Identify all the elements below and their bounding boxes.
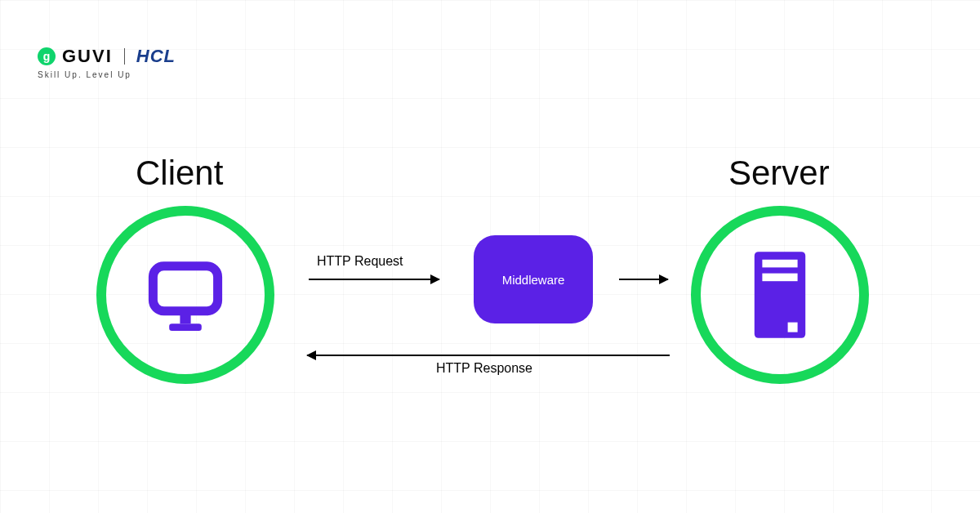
logo-block: g GUVI HCL Skill Up. Level Up: [38, 46, 176, 79]
server-label: Server: [728, 154, 830, 193]
svg-rect-2: [169, 323, 202, 331]
brand1-logo-text: GUVI: [62, 46, 113, 67]
guvi-badge-icon: g: [38, 47, 56, 65]
client-node: [96, 206, 274, 384]
logo-tagline: Skill Up. Level Up: [38, 70, 176, 79]
arrow-response: [307, 355, 670, 356]
server-node: [691, 206, 869, 384]
svg-rect-5: [762, 274, 797, 282]
arrow-request: [309, 279, 439, 280]
request-label: HTTP Request: [317, 254, 403, 269]
svg-rect-4: [762, 260, 797, 268]
brand2-logo-text: HCL: [136, 46, 176, 67]
client-label: Client: [136, 154, 223, 193]
svg-rect-0: [153, 266, 217, 311]
svg-rect-1: [180, 313, 190, 323]
server-tower-icon: [739, 246, 821, 344]
middleware-node: Middleware: [474, 235, 593, 323]
svg-rect-6: [788, 323, 798, 332]
logo-row: g GUVI HCL: [38, 46, 176, 67]
response-label: HTTP Response: [436, 361, 532, 376]
arrow-middleware-to-server: [619, 279, 668, 280]
middleware-label: Middleware: [502, 273, 565, 287]
monitor-icon: [140, 250, 230, 340]
logo-separator: [124, 48, 125, 65]
